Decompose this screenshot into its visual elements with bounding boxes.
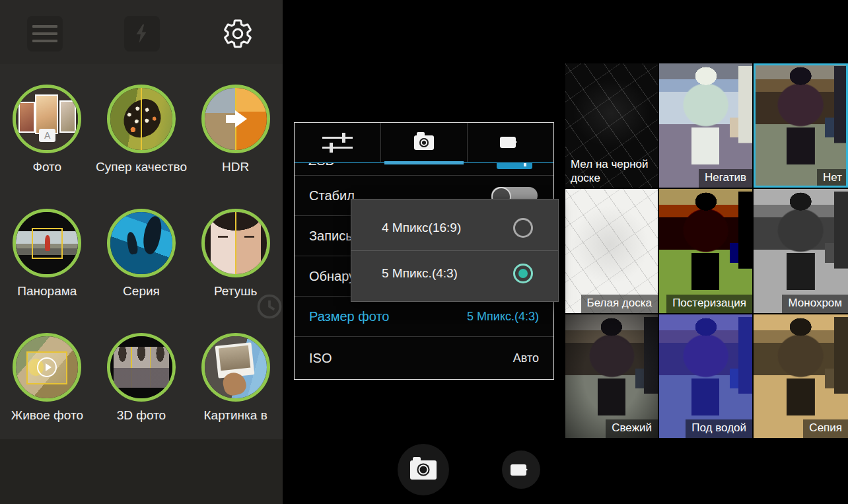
play-icon bbox=[37, 357, 57, 377]
filter-label: Постеризация bbox=[666, 295, 752, 313]
panorama-figure bbox=[45, 235, 50, 251]
mode-burst-thumb bbox=[110, 212, 172, 274]
mode-label: Ретушь bbox=[214, 284, 257, 299]
size-option-5mpix[interactable]: 5 Мпикс.(4:3) bbox=[351, 250, 558, 296]
filter-tile-underwater[interactable]: Под водой bbox=[659, 314, 752, 438]
mode-label: HDR bbox=[222, 160, 249, 174]
settings-row-photo-size[interactable]: Размер фото 5 Мпикс.(4:3) bbox=[295, 297, 553, 337]
mode-hdr-thumb bbox=[205, 88, 267, 150]
shutter-button[interactable] bbox=[398, 444, 449, 495]
mode-item-super-quality[interactable]: Супер качество bbox=[96, 74, 187, 198]
split-line bbox=[235, 212, 236, 274]
mode-super-thumb bbox=[110, 88, 172, 150]
sliders-icon bbox=[322, 131, 353, 154]
mode-retouch-thumb bbox=[205, 212, 267, 274]
timer-history-icon bbox=[255, 292, 284, 321]
mode-label: Супер качество bbox=[96, 160, 187, 174]
mode-item-burst[interactable]: Серия bbox=[107, 198, 176, 322]
flash-button[interactable] bbox=[124, 16, 160, 52]
arrow-graphic bbox=[235, 110, 256, 127]
record-video-button[interactable] bbox=[502, 450, 540, 489]
mode-picker-panel: A Фото Супер качество bbox=[0, 0, 283, 504]
hamburger-menu-icon bbox=[32, 25, 57, 42]
flash-icon bbox=[133, 24, 151, 44]
filter-label: Сепия bbox=[803, 419, 848, 438]
settings-row-iso[interactable]: ISO Авто bbox=[295, 337, 553, 379]
filter-tile-monochrome[interactable]: Монохром bbox=[754, 189, 848, 313]
split-line bbox=[141, 88, 142, 150]
setting-value: 5 Мпикс.(4:3) bbox=[467, 310, 539, 324]
silhouette-graphic bbox=[139, 214, 165, 256]
tab-photo-settings[interactable] bbox=[380, 123, 467, 162]
filter-label: Под водой bbox=[686, 419, 752, 438]
collage-card bbox=[59, 100, 75, 133]
mode-live-thumb bbox=[16, 336, 78, 398]
photo-size-popup: 4 Мпикс(16:9) 5 Мпикс.(4:3) bbox=[351, 199, 559, 302]
filter-tile-sepia[interactable]: Сепия bbox=[754, 314, 848, 438]
filter-tile-whiteboard[interactable]: Белая доска bbox=[565, 189, 658, 313]
setting-label: Запись bbox=[309, 229, 353, 244]
mode-live-photo-icon bbox=[13, 333, 81, 402]
filter-tile-chalkboard[interactable]: Мел на черной доске bbox=[565, 63, 658, 188]
radio-checked[interactable] bbox=[513, 264, 533, 283]
mode-panorama-icon bbox=[13, 209, 81, 277]
mode-picker-bottombar: ← bbox=[0, 439, 283, 504]
menu-button[interactable] bbox=[27, 16, 63, 52]
mode-3d-photo-icon bbox=[107, 333, 176, 402]
setting-label: Обнару bbox=[309, 269, 355, 284]
mode-grid: A Фото Супер качество bbox=[0, 74, 283, 447]
mode-photo-icon: A bbox=[13, 85, 81, 153]
mode-item-panorama[interactable]: Панорама bbox=[13, 198, 81, 322]
camera-app-screen: A Фото Супер качество bbox=[0, 0, 848, 504]
arrow-graphic bbox=[226, 115, 236, 123]
tab-general-settings[interactable] bbox=[295, 123, 380, 162]
settings-button[interactable] bbox=[220, 16, 256, 52]
mode-label: Панорама bbox=[17, 284, 77, 299]
mode-3d-thumb bbox=[110, 336, 172, 398]
filter-tile-negative[interactable]: Негатив bbox=[659, 63, 752, 188]
setting-label: ISO bbox=[309, 351, 332, 366]
mode-photo-thumb: A bbox=[16, 88, 78, 150]
settings-row-zsd-clipped[interactable]: ZSD bbox=[295, 163, 553, 176]
filter-tile-posterize[interactable]: Постеризация bbox=[659, 189, 752, 313]
mode-label: Картинка в bbox=[204, 408, 267, 423]
mode-label: 3D фото bbox=[117, 408, 166, 423]
gear-icon bbox=[222, 18, 254, 50]
camera-shutter-icon bbox=[410, 460, 437, 480]
settings-tabstrip bbox=[295, 123, 553, 163]
mode-picker-topbar bbox=[0, 0, 283, 64]
mode-label: Серия bbox=[123, 284, 160, 299]
filter-label: Мел на черной доске bbox=[571, 157, 653, 186]
filter-grid: Мел на черной доске Негатив Нет Белая до… bbox=[565, 63, 848, 439]
size-option-4mpix[interactable]: 4 Мпикс(16:9) bbox=[351, 205, 558, 250]
filter-tile-none[interactable]: Нет bbox=[754, 63, 848, 188]
mode-item-3d-photo[interactable]: 3D фото bbox=[107, 322, 176, 447]
mode-pip-thumb bbox=[205, 336, 267, 398]
video-camera-icon bbox=[500, 137, 516, 148]
mode-item-live-photo[interactable]: Живое фото bbox=[11, 322, 83, 447]
filter-label: Монохром bbox=[782, 295, 848, 313]
mode-super-quality-icon bbox=[107, 85, 176, 153]
silhouette-graphic bbox=[125, 231, 139, 255]
mode-picture-in-icon bbox=[201, 333, 270, 402]
radio-unchecked[interactable] bbox=[513, 218, 533, 238]
tab-video-settings[interactable] bbox=[467, 123, 553, 162]
filter-label: Негатив bbox=[699, 169, 752, 188]
mode-item-photo[interactable]: A Фото bbox=[13, 74, 81, 198]
mode-label: Фото bbox=[33, 160, 62, 174]
mode-label: Живое фото bbox=[11, 408, 83, 423]
photo-strips-graphic bbox=[114, 347, 170, 388]
mode-retouch-icon bbox=[201, 209, 270, 277]
auto-badge: A bbox=[39, 129, 55, 142]
filter-label: Белая доска bbox=[581, 295, 658, 313]
filter-tile-fresh[interactable]: Свежий bbox=[565, 314, 658, 438]
mode-panorama-thumb bbox=[16, 212, 78, 274]
mode-item-picture-in[interactable]: Картинка в bbox=[201, 322, 270, 447]
filter-label: Нет bbox=[817, 169, 848, 188]
setting-label: ZSD bbox=[308, 163, 335, 168]
toggle-on[interactable] bbox=[497, 163, 532, 169]
video-camera-icon bbox=[511, 464, 526, 476]
collage-card bbox=[18, 102, 34, 133]
mode-item-hdr[interactable]: HDR bbox=[201, 74, 270, 198]
mode-hdr-icon bbox=[201, 85, 270, 153]
